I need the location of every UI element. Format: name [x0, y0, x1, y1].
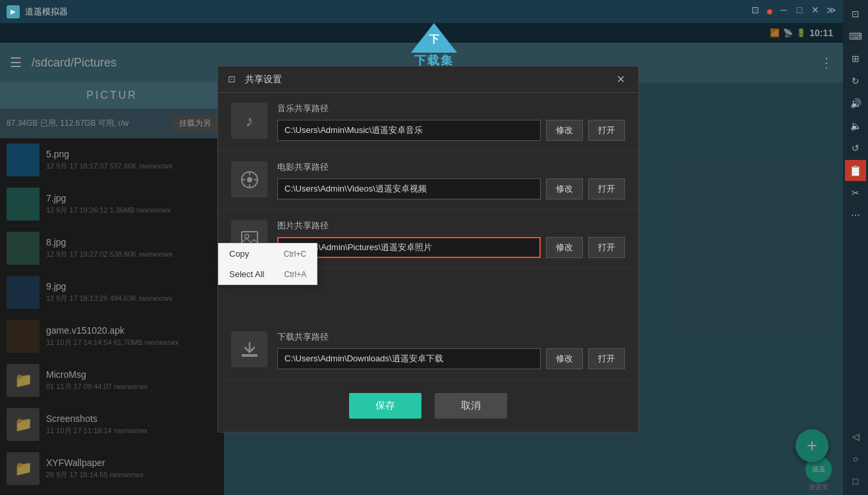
context-menu: Copy Ctrl+C Select All Ctrl+A: [218, 243, 317, 285]
sidebar-back-icon[interactable]: ◁: [845, 426, 866, 447]
sidebar-home-icon[interactable]: ○: [845, 448, 866, 469]
pictures-open-button[interactable]: 打开: [588, 237, 625, 258]
download-section-content: 下载共享路径 修改 打开: [277, 331, 625, 369]
sidebar-more-icon[interactable]: ⋯: [845, 205, 866, 226]
maximize-button[interactable]: □: [794, 5, 805, 15]
download-icon: [231, 331, 267, 367]
app-icon: ▶: [7, 5, 20, 18]
video-open-button[interactable]: 打开: [588, 178, 625, 199]
title-bar-right: ⊡ ● ─ □ ✕ ≫: [750, 5, 836, 18]
music-edit-button[interactable]: 修改: [546, 120, 583, 141]
download-open-button[interactable]: 打开: [588, 348, 625, 369]
pictures-path-row: 修改 打开: [277, 237, 625, 258]
minimize-button[interactable]: ─: [778, 5, 789, 15]
download-path-input[interactable]: [277, 348, 541, 369]
title-bar: ▶ 道遥模拟器 ⊡ ● ─ □ ✕ ≫: [0, 0, 843, 23]
download-path-row: 修改 打开: [277, 348, 625, 369]
video-section-label: 电影共享路径: [277, 161, 625, 173]
dialog-close-button[interactable]: ✕: [613, 73, 628, 86]
context-menu-copy[interactable]: Copy Ctrl+C: [219, 244, 317, 264]
pictures-section-label: 图片共享路径: [277, 220, 625, 232]
copy-shortcut: Ctrl+C: [284, 249, 306, 259]
download-section-label: 下载共享路径: [277, 331, 625, 343]
expand-icon[interactable]: ⊡: [750, 5, 761, 15]
copy-label: Copy: [229, 249, 249, 259]
sidebar-clipboard-icon[interactable]: 📋: [845, 160, 866, 181]
dialog-footer: 保存 取消: [218, 380, 638, 432]
video-edit-button[interactable]: 修改: [546, 178, 583, 199]
window-controls: ⊡ ● ─ □ ✕ ≫: [750, 5, 836, 18]
save-button[interactable]: 保存: [349, 393, 421, 419]
sidebar-cut-icon[interactable]: ✂: [845, 182, 866, 203]
sidebar-vol-up-icon[interactable]: 🔊: [845, 93, 866, 114]
music-icon: ♪: [231, 103, 267, 139]
sidebar-recent-icon[interactable]: □: [845, 471, 866, 492]
music-section-label: 音乐共享路径: [277, 103, 625, 115]
title-bar-left: ▶ 道遥模拟器: [7, 5, 68, 18]
music-section-content: 音乐共享路径 修改 打开: [277, 103, 625, 141]
sidebar-vol-down-icon[interactable]: 🔈: [845, 115, 866, 136]
video-path-row: 修改 打开: [277, 178, 625, 199]
video-icon: [231, 161, 267, 197]
alert-icon: ●: [766, 5, 773, 18]
app-title: 道遥模拟器: [25, 6, 68, 18]
music-open-button[interactable]: 打开: [588, 120, 625, 141]
video-path-input[interactable]: [277, 178, 541, 199]
context-menu-select-all[interactable]: Select All Ctrl+A: [219, 264, 317, 284]
dialog-title-bar: ⊡ 共享设置 ✕: [218, 66, 638, 93]
sidebar-rotate-icon[interactable]: ↻: [845, 70, 866, 91]
download-edit-button[interactable]: 修改: [546, 348, 583, 369]
svg-point-1: [247, 177, 252, 182]
sidebar-expand-icon[interactable]: ⊡: [845, 3, 866, 24]
share-settings-dialog: ⊡ 共享设置 ✕ ♪ 音乐共享路径 修改 打开: [217, 66, 639, 432]
pictures-section-content: 图片共享路径 修改 打开 Copy Ctrl+C Select All Ctrl…: [277, 220, 625, 258]
share-icon: ⊡: [228, 74, 240, 86]
sidebar-keyboard-icon[interactable]: ⌨: [845, 26, 866, 47]
right-sidebar: ⊡ ⌨ ⊞ ↻ 🔊 🔈 ↺ 📋 ✂ ⋯ ◁ ○ □: [843, 0, 868, 495]
sidebar-power-icon[interactable]: ↺: [845, 138, 866, 159]
sidebar-settings-icon[interactable]: ⊞: [845, 48, 866, 69]
close-button[interactable]: ✕: [810, 5, 821, 15]
download-share-section: 下载共享路径 修改 打开: [218, 321, 638, 380]
select-all-label: Select All: [229, 269, 264, 279]
cancel-button[interactable]: 取消: [435, 393, 507, 419]
emulator-background: ▶ 道遥模拟器 ⊡ ● ─ □ ✕ ≫ 下 下载集 xzji.com 📶 📡: [0, 0, 868, 495]
music-path-row: 修改 打开: [277, 120, 625, 141]
dialog-title: 共享设置: [245, 74, 608, 86]
svg-point-7: [245, 234, 249, 238]
more-button[interactable]: ≫: [826, 5, 836, 15]
music-share-section: ♪ 音乐共享路径 修改 打开: [218, 93, 638, 151]
select-all-shortcut: Ctrl+A: [284, 270, 306, 279]
music-path-input[interactable]: [277, 120, 541, 141]
video-section-content: 电影共享路径 修改 打开: [277, 161, 625, 199]
svg-rect-8: [242, 354, 258, 357]
pictures-share-section: 图片共享路径 修改 打开 Copy Ctrl+C Select All Ctrl…: [218, 210, 638, 269]
pictures-edit-button[interactable]: 修改: [546, 237, 583, 258]
video-share-section: 电影共享路径 修改 打开: [218, 151, 638, 210]
